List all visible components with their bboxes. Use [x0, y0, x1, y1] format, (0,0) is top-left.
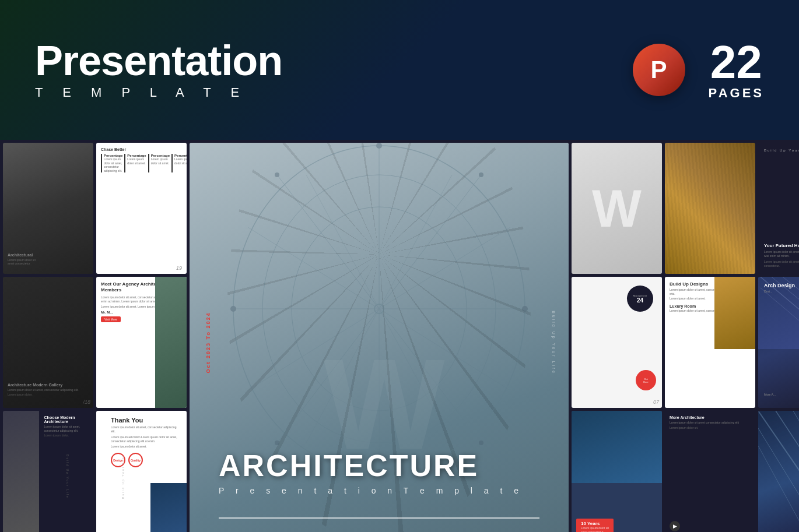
bud-home-desc2: Lorem ipsum dolor sit amet. Lorem ipsum …	[764, 260, 799, 268]
choose-text: Choose Modern Architecture Lorem ipsum d…	[8, 415, 89, 437]
ty-desc3: Lorem ipsum dolor sit amet.	[111, 445, 181, 448]
main-subtitle: T E M P L A T E	[35, 85, 633, 100]
slide-1[interactable]: Architectural Lorem ipsum dolor sitamet …	[3, 143, 93, 274]
center-arch-title: ARCHITECTURE	[219, 448, 539, 483]
years-box-wrap: 10 Years Lorem ipsum dolor sitamet conse…	[576, 519, 614, 532]
svg-point-12	[522, 306, 528, 312]
stat-col-2: Percentage Lorem ipsum dolor sit amet.	[124, 154, 146, 172]
header-title-area: Presentation T E M P L A T E	[35, 40, 633, 100]
slide-more-arch[interactable]: More Architecture Lorem ipsum dolor sit …	[665, 411, 755, 532]
center-slide-content: W Oct 2023 To 2024 Build Up Your Life AR…	[190, 143, 569, 532]
bud-label: Build Up Your Life	[764, 149, 799, 152]
slide-18-num: /18	[83, 399, 90, 405]
ad-desc: Desi...	[764, 290, 795, 293]
more-title: More Architecture	[670, 415, 751, 420]
arch-dark-title: Architecture Modern Gallery	[8, 383, 79, 387]
slide-archdesign[interactable]: Arch Design Desi... More A...	[758, 277, 799, 408]
svg-point-15	[479, 172, 483, 177]
choose-desc: Lorem ipsum dolor sit amet, consectetur …	[44, 425, 89, 432]
arch-dark-desc2: Lorem ipsum dolor.	[8, 393, 79, 396]
stat-cols: Percentage Lorem ipsum dolor sit amet, c…	[101, 154, 182, 172]
center-buildup-rotated: Build Up Your Life	[552, 311, 556, 375]
od-label2: Door	[643, 380, 649, 383]
years-label: Lorem ipsum dolor sitamet consectetur	[581, 526, 609, 532]
team-photo	[155, 277, 187, 408]
ty-desc: Lorem ipsum dolor sit amet, consectetur …	[111, 425, 181, 434]
stat-col-3: Percentage Lorem ipsum dolor sit amet.	[148, 154, 170, 172]
mgmt-page: 07	[653, 399, 659, 405]
pages-number: 22	[709, 39, 764, 86]
pages-label: PAGES	[709, 86, 764, 101]
arch-dark-text: Architecture Modern Gallery Lorem ipsum …	[8, 383, 79, 397]
slide-arch-dark[interactable]: Architecture Modern Gallery Lorem ipsum …	[3, 277, 93, 408]
svg-line-26	[776, 411, 799, 522]
visit-btn[interactable]: Visit More	[101, 316, 121, 322]
svg-point-11	[376, 143, 382, 149]
slide-bud[interactable]: Build Up Designs Lorem ipsum dolor sit a…	[665, 277, 755, 408]
svg-line-25	[758, 411, 799, 532]
last-lines-svg	[758, 411, 799, 532]
slide-team[interactable]: Meet Our Agency Architecture Team Member…	[96, 277, 187, 408]
slide-buildup-dark[interactable]: Build Up Your Life Your Futured Home Ren…	[758, 143, 799, 274]
mgmt-circle: Management 24	[627, 286, 653, 312]
svg-point-13	[230, 306, 236, 312]
stat-col-4: Percentage Lorem ipsum dolor sit amet.	[171, 154, 187, 172]
bud-home: Your Futured Home Renovate Lorem ipsum d…	[764, 243, 799, 268]
page-num-stats: 19	[176, 265, 182, 271]
header-right: 22 PAGES	[633, 39, 764, 101]
arch-dark-desc: Lorem ipsum dolor sit amet, consectetur …	[8, 388, 79, 392]
slide-choose[interactable]: Choose Modern Architecture Lorem ipsum d…	[3, 411, 93, 532]
years-num: 10 Years	[581, 521, 609, 526]
ad-text: Arch Design Desi...	[764, 283, 795, 293]
center-date-rotated: Oct 2023 To 2024	[205, 312, 211, 373]
audio-icon: ▶	[673, 523, 677, 529]
ty-content: Thank You Lorem ipsum dolor sit amet, co…	[102, 417, 181, 467]
svg-point-16	[275, 172, 279, 177]
powerpoint-icon	[633, 44, 685, 96]
svg-line-24	[761, 288, 799, 349]
ty-rotated: Build Up Your Life	[121, 455, 125, 499]
bud-home-desc: Lorem ipsum dolor sit amet, consectetur …	[764, 250, 799, 258]
stat-desc-3: Lorem ipsum dolor sit amet.	[151, 157, 170, 165]
stat-col-1: Percentage Lorem ipsum dolor sit amet, c…	[101, 154, 122, 172]
choose-rotated: Build Up Your Life	[66, 455, 69, 499]
choose-title: Choose Modern Architecture	[44, 415, 89, 424]
svg-point-17	[479, 441, 483, 445]
pages-count: 22 PAGES	[709, 39, 764, 101]
center-bottom-line	[219, 517, 539, 519]
main-title: Presentation	[35, 40, 633, 82]
svg-line-29	[758, 446, 799, 532]
years-box: 10 Years Lorem ipsum dolor sitamet conse…	[576, 519, 614, 532]
slide-last[interactable]	[758, 411, 799, 532]
years-bg	[572, 411, 662, 483]
slide-years[interactable]: 10 Years Lorem ipsum dolor sitamet conse…	[572, 411, 662, 532]
stat-desc-4: Lorem ipsum dolor sit amet.	[174, 157, 187, 165]
ty-circle-quality: Quality	[128, 453, 143, 467]
center-main-content: ARCHITECTURE P r e s e n t a t i o n T e…	[219, 448, 539, 495]
audio-icon-circle: ▶	[670, 521, 680, 531]
slide-wood[interactable]	[665, 143, 755, 274]
header: Presentation T E M P L A T E 22 PAGES	[0, 0, 799, 140]
ad-more-text: More A...	[764, 393, 776, 396]
slide-center[interactable]: W Oct 2023 To 2024 Build Up Your Life AR…	[190, 143, 569, 532]
outdoor-circle: Out Door	[636, 370, 656, 390]
ty-img	[150, 483, 187, 532]
bud-img	[714, 277, 755, 349]
choose-desc2: Lorem ipsum dolor.	[44, 434, 89, 437]
ad-more: More A...	[764, 393, 776, 396]
ty-title: Thank You	[111, 417, 181, 424]
svg-point-18	[275, 441, 279, 445]
stat-desc-2: Lorem ipsum dolor sit amet.	[127, 157, 146, 165]
w-letter: W	[592, 182, 642, 235]
slides-grid: Architectural Lorem ipsum dolor sitamet …	[0, 140, 799, 532]
slide-thankyou[interactable]: Build Up Your Life Thank You Lorem ipsum…	[96, 411, 187, 532]
center-arch-subtitle: P r e s e n t a t i o n T e m p l a t e	[219, 486, 539, 495]
ty-desc2: Lorem ipsum ad minim Lorem ipsum dolor s…	[111, 435, 181, 443]
slides-area: Architectural Lorem ipsum dolor sitamet …	[0, 140, 799, 532]
stat-header: Chase Better	[101, 147, 182, 152]
slide-mgmt[interactable]: Management 24 Out Door 07	[572, 277, 662, 408]
more-desc2: Lorem ipsum dolor sit.	[670, 426, 751, 430]
slide-stats[interactable]: Chase Better Percentage Lorem ipsum dolo…	[96, 143, 187, 274]
more-desc: Lorem ipsum dolor sit amet consectetur a…	[670, 421, 751, 425]
slide-wletter[interactable]: W	[572, 143, 662, 274]
